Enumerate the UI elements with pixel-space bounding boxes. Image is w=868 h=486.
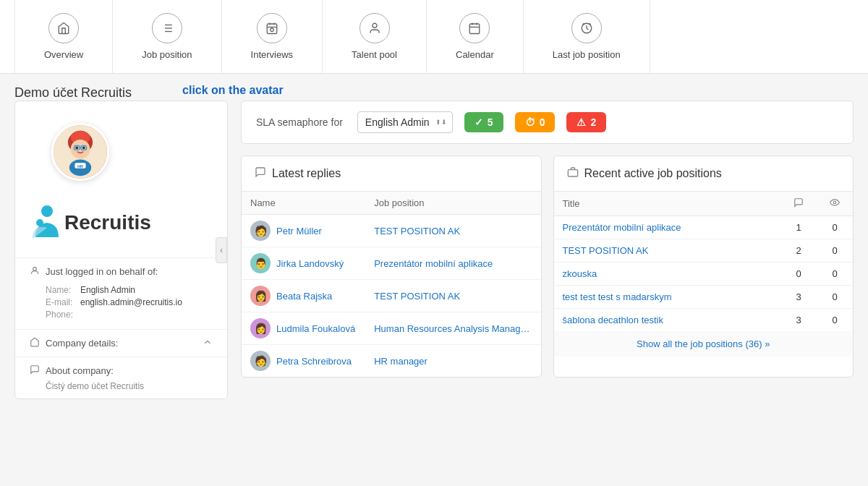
nav-label-calendar: Calendar — [456, 49, 494, 60]
svg-rect-33 — [568, 170, 577, 176]
views-count: 0 — [817, 239, 853, 263]
name-field: Name: English Admin — [30, 285, 213, 295]
table-row: šablona decathlon testik 3 0 — [554, 309, 854, 332]
chat-icon — [30, 364, 40, 377]
recent-jobs-section: Recent active job positions Title — [553, 155, 854, 378]
job-title-cell: test test test s madarskym — [554, 286, 781, 309]
avatar-wrapper[interactable]: HR — [51, 123, 109, 181]
svg-point-32 — [33, 267, 37, 270]
latest-replies-section: Latest replies Name Job position 🧑 Petr … — [241, 155, 542, 378]
job-link[interactable]: TEST POSITION AK — [374, 291, 460, 302]
replies-count: 2 — [780, 239, 817, 263]
person-name[interactable]: Jirka Landovský — [276, 258, 344, 269]
person-avatar: 👩 — [250, 286, 271, 306]
sla-select[interactable]: English Admin — [357, 111, 453, 133]
job-link[interactable]: Human Resources Analysis Manag… — [374, 323, 529, 334]
about-company-label: About company: — [46, 365, 114, 376]
person-name[interactable]: Beata Rajska — [276, 291, 332, 302]
check-circle-icon: ✓ — [475, 116, 483, 128]
calendar-check-icon — [257, 13, 287, 43]
nav-label-overview: Overview — [44, 49, 83, 60]
chat-bubble-icon — [255, 166, 266, 181]
latest-replies-table: Name Job position 🧑 Petr Müller TEST POS… — [242, 192, 541, 377]
job-cell: TEST POSITION AK — [365, 215, 540, 247]
nav-item-talent-pool[interactable]: Talent pool — [323, 0, 427, 73]
job-link[interactable]: HR manager — [374, 356, 427, 367]
panel-toggle-button[interactable]: ‹ — [216, 237, 227, 263]
job-title[interactable]: Prezentátor mobilní aplikace — [563, 222, 681, 233]
calendar-icon — [459, 13, 490, 43]
replies-count: 1 — [780, 216, 817, 239]
show-all-row[interactable]: Show all the job positions (36) » — [554, 331, 854, 357]
show-all-text[interactable]: Show all the job positions (36) » — [554, 331, 854, 357]
job-title[interactable]: šablona decathlon testik — [563, 315, 663, 325]
nav-label-interviews: Interviews — [251, 49, 294, 60]
avatar-svg: HR — [54, 124, 107, 180]
nav-item-interviews[interactable]: Interviews — [222, 0, 323, 73]
user-info-section: Just logged in on behalf of: Name: Engli… — [15, 257, 227, 329]
person-avatar: 👩 — [250, 318, 271, 338]
nav-item-job-position[interactable]: Job position — [113, 0, 221, 73]
home-icon — [48, 13, 79, 43]
person-avatar: 🧑 — [250, 221, 271, 241]
alert-badge-icon: ⚠ — [576, 116, 586, 128]
person-cell: 👩 Ludmila Foukalová — [242, 312, 365, 345]
nav-item-calendar[interactable]: Calendar — [427, 0, 524, 73]
company-collapse-icon[interactable] — [203, 337, 213, 349]
person-avatar: 👨 — [250, 253, 271, 273]
sla-badge-red[interactable]: ⚠ 2 — [566, 112, 606, 132]
company-details-label: Company details: — [46, 338, 118, 349]
col-replies-icon — [780, 192, 817, 216]
about-company-header: About company: — [30, 364, 213, 377]
col-name: Name — [242, 192, 365, 215]
job-title[interactable]: TEST POSITION AK — [563, 245, 649, 256]
left-panel: HR Recruitis — [14, 101, 228, 399]
sla-label: SLA semaphore for — [256, 116, 343, 128]
nav-label-talent-pool: Talent pool — [352, 49, 397, 60]
sla-green-count: 5 — [488, 116, 493, 128]
avatar[interactable]: HR — [51, 123, 109, 181]
job-link[interactable]: TEST POSITION AK — [374, 226, 460, 236]
sla-badge-orange[interactable]: ⏱ 0 — [515, 112, 556, 132]
views-count: 0 — [817, 216, 853, 239]
top-navigation: Overview Job position Interviews Talent … — [0, 0, 868, 74]
person-name[interactable]: Petra Schreibrova — [276, 356, 352, 367]
job-title[interactable]: zkouska — [563, 268, 597, 279]
col-job: Job position — [365, 192, 540, 215]
clock-icon — [571, 13, 602, 43]
table-row: 👨 Jirka Landovský Prezentátor mobilní ap… — [242, 247, 541, 280]
logo-text: Recruitis — [64, 211, 151, 234]
person-name[interactable]: Petr Müller — [276, 226, 322, 236]
job-title[interactable]: test test test s madarskym — [563, 291, 672, 302]
person-cell: 🧑 Petra Schreibrova — [242, 345, 365, 378]
nav-item-last-job-position[interactable]: Last job position — [524, 0, 650, 73]
company-details-header[interactable]: Company details: — [30, 337, 213, 349]
email-value: english.admin@recruitis.io — [80, 297, 182, 307]
nav-item-overview[interactable]: Overview — [14, 0, 113, 73]
name-value: English Admin — [80, 285, 135, 295]
job-cell: Human Resources Analysis Manag… — [365, 312, 540, 345]
user-behalf-icon — [30, 265, 40, 278]
svg-text:HR: HR — [77, 164, 83, 169]
list-icon — [152, 13, 182, 43]
job-title-cell: šablona decathlon testik — [554, 309, 781, 332]
svg-point-10 — [271, 28, 274, 32]
person-cell: 👨 Jirka Landovský — [242, 247, 365, 280]
phone-label: Phone: — [46, 310, 80, 320]
views-count: 0 — [817, 309, 853, 332]
job-cell: TEST POSITION AK — [365, 280, 540, 312]
sla-badge-green[interactable]: ✓ 5 — [464, 112, 503, 132]
table-row: 🧑 Petra Schreibrova HR manager — [242, 345, 541, 378]
email-field: E-mail: english.admin@recruitis.io — [30, 297, 213, 307]
person-name[interactable]: Ludmila Foukalová — [276, 323, 355, 334]
job-link[interactable]: Prezentátor mobilní aplikace — [374, 258, 493, 269]
svg-point-23 — [82, 146, 85, 149]
recent-jobs-title: Recent active job positions — [584, 167, 722, 180]
latest-replies-title: Latest replies — [272, 167, 341, 180]
about-section: About company: Čistý demo účet Recruitis — [15, 357, 227, 398]
latest-replies-header: Latest replies — [242, 156, 541, 192]
col-views-icon — [817, 192, 853, 216]
right-content: SLA semaphore for English Admin ✓ 5 ⏱ 0 … — [241, 101, 854, 399]
recent-jobs-header: Recent active job positions — [554, 156, 854, 192]
replies-count: 3 — [780, 309, 817, 332]
